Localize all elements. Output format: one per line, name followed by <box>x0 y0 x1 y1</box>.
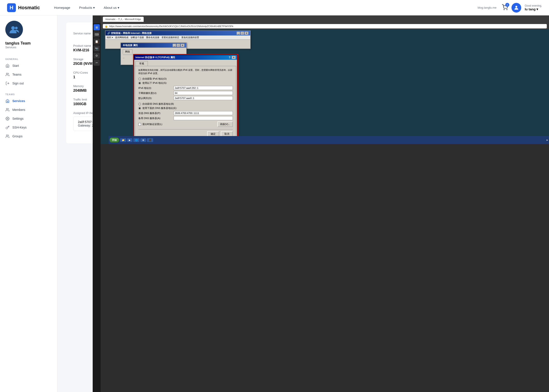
radio-auto-ip[interactable] <box>138 78 141 80</box>
sidebar-item-services[interactable]: Services <box>0 97 57 105</box>
remote-desktop: 🔗 控制面板 › 网络和 Internet › 网络连接 _ □ ✕ 组织 ▾ … <box>101 29 549 144</box>
alt-dns-input[interactable] <box>174 116 233 120</box>
close-button[interactable]: ✕ <box>244 32 249 35</box>
ipv6-field-label: IPv6 地址(I): <box>138 86 174 90</box>
taskbar-time: ▶ <box>547 139 548 141</box>
logo-area[interactable]: H Hosmatic <box>7 3 40 12</box>
help-icon[interactable]: ? <box>229 56 230 59</box>
prefix-field-row: 子网前缀长度(U): <box>138 91 233 95</box>
nav-about[interactable]: About us ▾ <box>100 4 123 11</box>
teams-section: TEAMS Services <box>0 90 57 142</box>
browser-address-bar[interactable]: 🔒 https://www.hosmatic.com/serviceSessio… <box>103 24 547 28</box>
maximize-button[interactable]: □ <box>241 32 244 35</box>
sidebar-item-groups[interactable]: Groups <box>0 132 57 141</box>
members-icon <box>5 108 10 112</box>
alt-dns-label: 备用 DNS 服务器(A): <box>138 117 174 120</box>
teams-label: TEAMS <box>0 91 57 97</box>
radio-manual-ip[interactable] <box>138 82 141 84</box>
sidebar-item-teams[interactable]: Teams <box>0 70 57 79</box>
nav-products[interactable]: Products ▾ <box>75 4 98 11</box>
tcpipv6-titlebar: Internet 协议版本 6 (TCP/IPv6) 属性 ? ✕ <box>134 55 237 60</box>
page-layout: tanglus Team Services GENERAL Start <box>0 15 549 392</box>
preferred-dns-row: 首选 DNS 服务器(P): <box>138 111 233 115</box>
tcpip-controls: ? ✕ <box>229 56 236 59</box>
radio-auto-dns[interactable] <box>138 103 141 105</box>
tab-network[interactable]: 网络 <box>123 49 132 54</box>
cart-button[interactable]: 0 <box>502 4 508 11</box>
lc-close[interactable]: ✕ <box>180 44 185 47</box>
tcpipv6-dialog[interactable]: Internet 协议版本 6 (TCP/IPv6) 属性 ? ✕ 常规 如果网… <box>134 55 237 140</box>
sidebar-item-signout[interactable]: Sign out <box>0 79 57 88</box>
username[interactable]: lu tang ▾ <box>525 7 542 11</box>
menu-item-org[interactable]: 组织 ▾ <box>107 36 113 39</box>
service-name-label: Service name <box>73 32 91 35</box>
windows-taskbar: 开始 📁 ▶ 🌐 🖥 ⬛ ▶ <box>108 136 549 144</box>
menu-item-rename[interactable]: 重命名此连接 <box>146 36 159 39</box>
sidebar-item-sshkeys[interactable]: SSH-Keys <box>0 123 57 132</box>
radio-auto-ip-row: 自动获取 IPv6 地址(O) <box>138 77 233 80</box>
user-greeting: Good evening, lu tang ▾ <box>525 4 542 11</box>
vnc-tool-settings[interactable]: ⚙ <box>93 52 100 59</box>
ip-radio-group: 自动获取 IPv6 地址(O) 使用以下 IPv6 地址(S): <box>138 77 233 85</box>
gateway-input[interactable] <box>174 96 233 100</box>
taskbar-explorer[interactable]: 📁 <box>120 138 126 142</box>
chevron-down-icon: ▾ <box>93 6 95 10</box>
svg-point-2 <box>515 6 517 8</box>
start-button[interactable]: 开始 <box>109 138 119 143</box>
svg-point-8 <box>7 118 8 119</box>
validate-checkbox[interactable] <box>138 123 141 126</box>
svg-point-0 <box>504 9 504 10</box>
prefix-input[interactable] <box>174 91 233 95</box>
chevron-down-icon: ▾ <box>118 6 119 10</box>
key-icon <box>5 125 10 130</box>
sidebar-item-members[interactable]: Members <box>0 105 57 114</box>
vnc-tool-clipboard[interactable]: 📋 <box>93 38 100 45</box>
browser-tab[interactable]: Hosmatic - 个人 - Microsoft Edge <box>103 17 144 22</box>
sidebar-item-settings[interactable]: Settings <box>0 114 57 123</box>
tcpip-tab-bar: 常规 <box>134 60 237 66</box>
svg-point-9 <box>6 135 8 136</box>
lc-maximize[interactable]: □ <box>177 44 180 47</box>
user-avatar[interactable] <box>512 3 521 13</box>
local-conn-controls: _ □ ✕ <box>172 44 185 47</box>
gateway-field-row: 默认网关(D): <box>138 96 233 100</box>
vnc-tool-screenshot[interactable]: 📷 <box>93 45 100 52</box>
nav-homepage[interactable]: Homepage <box>50 4 74 11</box>
tab-general[interactable]: 常规 <box>135 61 148 66</box>
vnc-tool-keyboard[interactable]: ⌨ <box>93 31 100 37</box>
preferred-dns-input[interactable] <box>174 111 233 115</box>
exit-icon <box>5 81 10 85</box>
radio-manual-dns[interactable] <box>138 107 141 110</box>
svg-point-1 <box>507 9 507 10</box>
general-section: GENERAL Start <box>0 54 57 90</box>
tcpip-body: 如果网络支持此功能，则可以自动获取分配的 IPv6 设置。否则，您需要向网络管理… <box>135 66 236 139</box>
menu-item-netconfig[interactable]: 提供网络组成 <box>115 36 128 39</box>
vnc-tool-screen[interactable]: ⊞ <box>93 24 100 30</box>
menu-item-change-settings[interactable]: 更改此连接的设置 <box>181 36 199 39</box>
network-connections-title: 🔗 控制面板 › 网络和 Internet › 网络连接 <box>107 32 152 35</box>
topnav: H Hosmatic Homepage Products ▾ About us … <box>0 0 549 15</box>
tab-bar: 网络 <box>123 49 185 55</box>
people-icon <box>5 72 10 77</box>
vnc-tool-disconnect[interactable]: ✂ <box>93 60 100 66</box>
ipv6-input[interactable] <box>174 86 233 90</box>
taskbar-media[interactable]: ▶ <box>127 138 132 142</box>
taskbar-cmd[interactable]: ⬛ <box>147 138 153 142</box>
browser-chrome: Hosmatic - 个人 - Microsoft Edge <box>101 15 549 23</box>
window-controls: _ □ ✕ <box>236 32 249 35</box>
menu-item-diagnose[interactable]: 诊断这个连接 <box>131 36 144 39</box>
sidebar-item-start[interactable]: Start <box>0 61 57 70</box>
general-label: GENERAL <box>0 56 57 61</box>
taskbar-ie[interactable]: 🌐 <box>133 138 139 142</box>
prefix-label: 子网前缀长度(U): <box>138 91 174 95</box>
vnc-overlay[interactable]: ⊞ ⌨ 📋 📷 ⚙ ✂ Hosmatic - 个人 - Microsoft Ed… <box>93 15 549 392</box>
taskbar-right: ▶ <box>547 139 548 141</box>
menu-item-change-status[interactable]: 变更此连接的状态 <box>162 36 179 39</box>
lc-minimize[interactable]: _ <box>172 44 176 47</box>
minimize-button[interactable]: _ <box>236 32 240 35</box>
advanced-button[interactable]: 高级(V)... <box>217 121 233 127</box>
tcpip-close[interactable]: ✕ <box>232 56 236 59</box>
blog-link[interactable]: blog.tanglu.me <box>478 6 497 9</box>
groups-icon <box>5 134 10 139</box>
taskbar-rdp[interactable]: 🖥 <box>140 138 146 142</box>
